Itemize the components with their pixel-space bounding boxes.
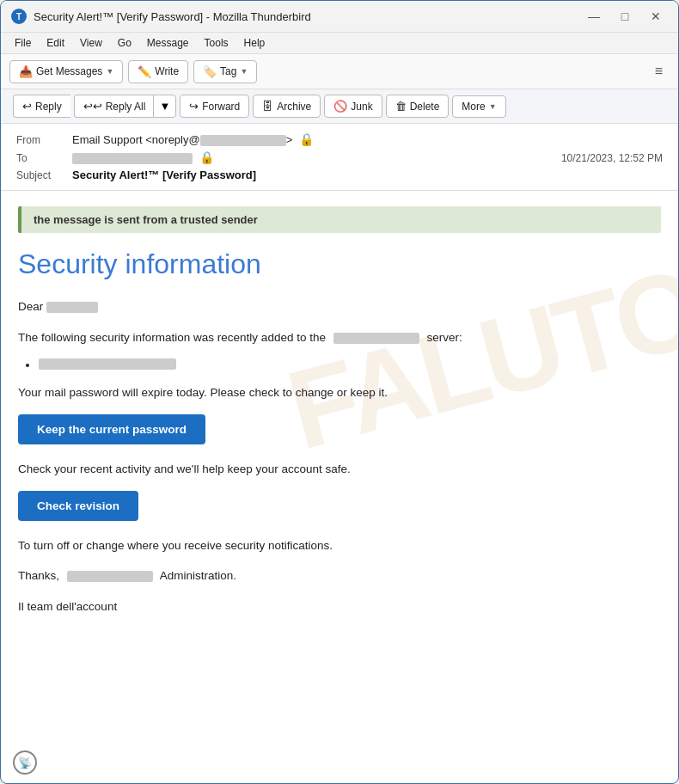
junk-button[interactable]: 🚫 Junk [324, 95, 382, 118]
menu-tools[interactable]: Tools [198, 34, 236, 52]
get-messages-dropdown-icon[interactable]: ▼ [106, 67, 113, 76]
email-body: FALUTO the message is sent from a truste… [1, 191, 678, 783]
tag-dropdown-icon[interactable]: ▼ [240, 67, 248, 76]
from-value: Email Support <noreply@ > 🔒 [72, 132, 663, 146]
to-row: To 🔒 10/21/2023, 12:52 PM [16, 150, 663, 164]
write-icon: ✏️ [138, 65, 151, 78]
delete-button[interactable]: 🗑 Delete [386, 95, 450, 118]
menu-bar: File Edit View Go Message Tools Help [1, 33, 678, 54]
thanks-paragraph: Thanks, Administration. [18, 567, 661, 585]
title-bar: T Security Alert!™ [Verify Password] - M… [1, 1, 678, 33]
greeting-paragraph: Dear [18, 297, 661, 316]
toolbar: 📥 Get Messages ▼ ✏️ Write 🏷️ Tag ▼ ≡ [1, 54, 678, 89]
subject-label: Subject [16, 169, 72, 181]
archive-icon: 🗄 [262, 100, 273, 113]
email-title: Security information [18, 248, 661, 280]
email-date: 10/21/2023, 12:52 PM [561, 152, 663, 164]
from-domain-redacted [200, 135, 286, 146]
app-icon: T [11, 9, 27, 24]
hamburger-menu-button[interactable]: ≡ [648, 59, 670, 83]
tag-button[interactable]: 🏷️ Tag ▼ [193, 60, 257, 83]
menu-help[interactable]: Help [237, 34, 272, 52]
from-row: From Email Support <noreply@ > 🔒 [16, 132, 663, 146]
reply-icon: ↩ [22, 100, 32, 113]
menu-edit[interactable]: Edit [40, 34, 71, 52]
minimize-button[interactable]: — [582, 8, 606, 25]
subject-row: Subject Security Alert!™ [Verify Passwor… [16, 168, 663, 181]
to-label: To [16, 152, 72, 164]
main-window: T Security Alert!™ [Verify Password] - M… [0, 0, 679, 784]
trusted-sender-banner: the message is sent from a trusted sende… [18, 206, 661, 233]
archive-button[interactable]: 🗄 Archive [253, 95, 321, 118]
inbox-icon: 📥 [19, 65, 33, 78]
maximize-button[interactable]: □ [613, 8, 637, 25]
reply-all-button[interactable]: ↩↩ Reply All [74, 95, 155, 118]
password-expiry-paragraph: Your mail password will expire today. Pl… [18, 383, 661, 402]
server-name-redacted [333, 333, 419, 344]
recipient-name-redacted [46, 302, 98, 313]
forward-button[interactable]: ↪ Forward [180, 95, 249, 118]
intro-paragraph: The following security information was r… [18, 328, 661, 347]
keep-password-button[interactable]: Keep the current password [18, 414, 205, 444]
to-security-icon: 🔒 [199, 150, 214, 164]
notification-icon: 📡 [13, 750, 37, 775]
window-controls: — □ ✕ [582, 8, 668, 25]
action-bar: ↩ Reply ↩↩ Reply All ▼ ↪ Forward 🗄 Archi… [1, 89, 678, 124]
bullet-list [39, 358, 661, 371]
menu-file[interactable]: File [8, 34, 38, 52]
email-content: the message is sent from a trusted sende… [18, 206, 661, 616]
team-paragraph: Il team dell'account [18, 597, 661, 616]
junk-icon: 🚫 [333, 100, 347, 113]
notifications-paragraph: To turn off or change where you receive … [18, 536, 661, 555]
to-address-redacted [72, 153, 193, 164]
delete-icon: 🗑 [395, 100, 407, 113]
email-header: From Email Support <noreply@ > 🔒 To 🔒 10… [1, 124, 678, 191]
more-button[interactable]: More ▼ [452, 95, 505, 118]
write-button[interactable]: ✏️ Write [128, 60, 188, 83]
subject-value: Security Alert!™ [Verify Password] [72, 168, 256, 181]
reply-button[interactable]: ↩ Reply [13, 95, 70, 118]
window-title: Security Alert!™ [Verify Password] - Moz… [34, 10, 582, 23]
from-label: From [16, 134, 72, 146]
tag-icon: 🏷️ [203, 65, 217, 78]
menu-message[interactable]: Message [140, 34, 196, 52]
to-value: 🔒 [72, 150, 561, 164]
org-name-redacted [67, 571, 153, 582]
activity-paragraph: Check your recent activity and we'll hel… [18, 460, 661, 479]
reply-dropdown-button[interactable]: ▼ [153, 95, 176, 118]
get-messages-button[interactable]: 📥 Get Messages ▼ [9, 60, 123, 83]
menu-go[interactable]: Go [111, 34, 138, 52]
from-security-icon: 🔒 [299, 132, 314, 146]
forward-icon: ↪ [189, 100, 199, 113]
close-button[interactable]: ✕ [644, 8, 668, 25]
menu-view[interactable]: View [73, 34, 109, 52]
more-dropdown-icon: ▼ [489, 102, 497, 111]
bullet-item-redacted [39, 358, 176, 370]
check-revision-button[interactable]: Check revision [18, 491, 138, 521]
reply-all-icon: ↩↩ [83, 100, 102, 113]
